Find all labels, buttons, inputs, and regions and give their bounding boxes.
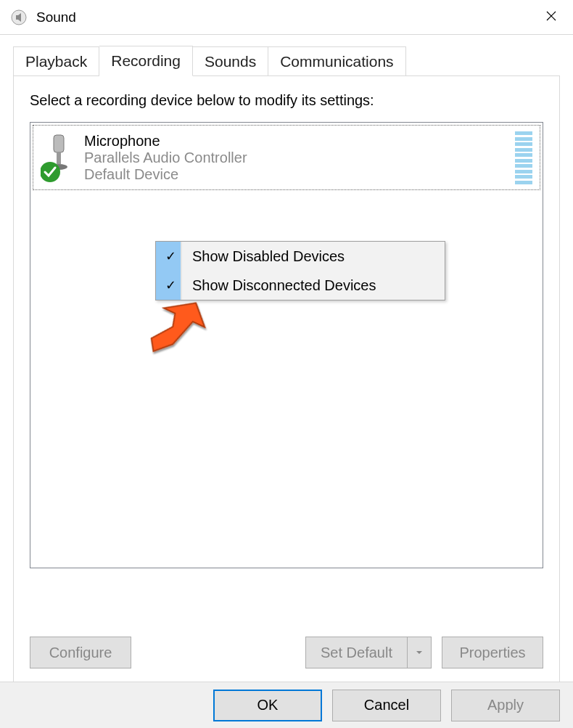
set-default-button[interactable]: Set Default — [305, 637, 407, 668]
configure-button[interactable]: Configure — [30, 637, 131, 668]
device-text: Microphone Parallels Audio Controller De… — [84, 133, 508, 183]
ok-button[interactable]: OK — [213, 690, 322, 721]
svg-rect-9 — [54, 135, 64, 152]
recording-panel: Select a recording device below to modif… — [13, 75, 560, 682]
device-name: Microphone — [84, 133, 508, 150]
check-gutter: ✓ — [156, 242, 185, 271]
device-list[interactable]: Microphone Parallels Audio Controller De… — [30, 122, 543, 568]
microphone-icon — [41, 132, 78, 183]
check-icon: ✓ — [165, 248, 176, 264]
svg-rect-10 — [57, 152, 61, 164]
check-gutter: ✓ — [156, 271, 185, 300]
titlebar: Sound — [0, 0, 573, 35]
close-button[interactable] — [537, 9, 566, 25]
menu-label: Show Disconnected Devices — [185, 277, 376, 294]
context-menu: ✓ Show Disabled Devices ✓ Show Disconnec… — [155, 241, 445, 300]
properties-button[interactable]: Properties — [442, 637, 543, 668]
panel-buttons: Configure Set Default Properties — [30, 637, 543, 668]
sound-icon — [10, 9, 28, 26]
level-meter — [515, 131, 532, 184]
arrow-annotation — [143, 293, 208, 377]
menu-show-disconnected[interactable]: ✓ Show Disconnected Devices — [156, 271, 445, 300]
tab-recording[interactable]: Recording — [99, 46, 193, 76]
device-item-microphone[interactable]: Microphone Parallels Audio Controller De… — [33, 125, 540, 190]
menu-show-disabled[interactable]: ✓ Show Disabled Devices — [156, 242, 445, 271]
window-title: Sound — [36, 9, 76, 25]
set-default-split: Set Default — [305, 637, 432, 668]
dialog-button-bar: OK Cancel Apply — [0, 682, 573, 728]
tab-playback[interactable]: Playback — [13, 46, 99, 76]
menu-label: Show Disabled Devices — [185, 248, 345, 265]
device-status: Default Device — [84, 166, 508, 183]
check-icon: ✓ — [165, 277, 176, 293]
apply-button[interactable]: Apply — [451, 690, 560, 721]
tab-communications[interactable]: Communications — [268, 46, 405, 76]
device-controller: Parallels Audio Controller — [84, 150, 508, 166]
tab-bar: Playback Recording Sounds Communications — [0, 45, 573, 75]
instruction-text: Select a recording device below to modif… — [30, 92, 543, 109]
tab-sounds[interactable]: Sounds — [193, 46, 268, 76]
cancel-button[interactable]: Cancel — [332, 690, 441, 721]
set-default-dropdown[interactable] — [407, 637, 432, 668]
